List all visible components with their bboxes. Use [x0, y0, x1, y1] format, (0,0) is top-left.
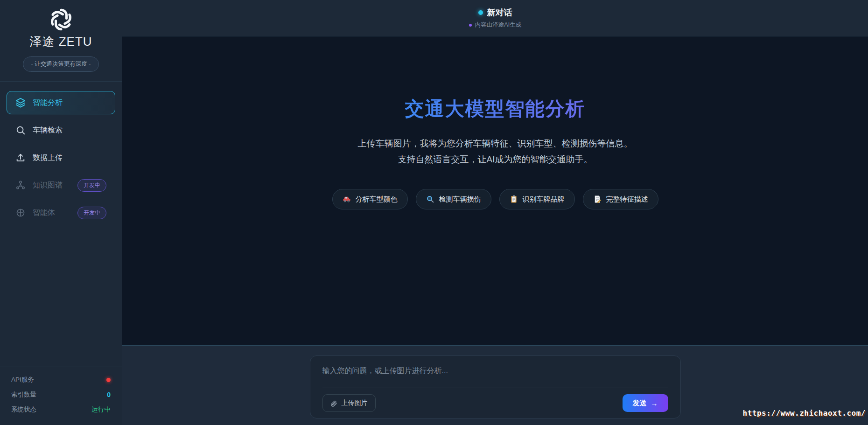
search-icon	[15, 125, 26, 135]
chip-label: 完整特征描述	[606, 195, 648, 204]
brand-tagline: - 让交通决策更有深度 -	[23, 56, 99, 72]
upload-image-label: 上传图片	[342, 399, 368, 407]
composer-box: 上传图片 发送 →	[310, 355, 681, 418]
main-panel: 新对话 内容由泽途AI生成 交通大模型智能分析 上传车辆图片，我将为您分析车辆特…	[122, 0, 868, 425]
clipboard-icon	[510, 195, 518, 203]
welcome-title: 交通大模型智能分析	[405, 96, 586, 122]
api-status-red-dot-icon	[106, 378, 111, 382]
sidebar-item-vehicle-search[interactable]: 车辆检索	[7, 118, 115, 142]
car-icon	[343, 195, 351, 203]
status-row-system-state: 系统状态 运行中	[11, 405, 111, 414]
send-button[interactable]: 发送 →	[623, 394, 668, 412]
sidebar-item-agent[interactable]: 智能体 开发中	[7, 201, 115, 224]
logo-section: 泽途 ZETU - 让交通决策更有深度 -	[0, 0, 122, 82]
system-status-panel: API服务 索引数量 0 系统状态 运行中	[0, 367, 122, 425]
sidebar-item-label: 智能体	[33, 208, 55, 218]
chip-label: 检测车辆损伤	[439, 195, 481, 204]
sidebar-item-label: 车辆检索	[33, 125, 63, 135]
cyan-dot-icon	[478, 10, 483, 15]
paperclip-icon	[330, 400, 337, 407]
index-count-value: 0	[107, 391, 111, 398]
composer-footer: 上传图片 发送 → https://www.zhichaoxt.com/	[122, 345, 868, 425]
conversation-title: 新对话	[487, 7, 512, 18]
sidebar-item-smart-analysis[interactable]: 智能分析	[7, 91, 115, 114]
upload-icon	[15, 153, 26, 163]
welcome-description-line2: 支持自然语言交互，让AI成为您的智能交通助手。	[358, 152, 633, 167]
chip-label: 识别车牌品牌	[523, 195, 565, 204]
dev-status-badge: 开发中	[77, 207, 106, 219]
conversation-title-row: 新对话	[478, 7, 512, 18]
conversation-subtitle-row: 内容由泽途AI生成	[469, 21, 521, 29]
sidebar-item-knowledge-graph[interactable]: 知识图谱 开发中	[7, 174, 115, 197]
status-row-index-count: 索引数量 0	[11, 390, 111, 399]
system-state-value: 运行中	[92, 405, 111, 414]
app-window: 泽途 ZETU - 让交通决策更有深度 - 智能分析 车辆检索	[0, 0, 868, 425]
suggestion-chips: 分析车型颜色 检测车辆损伤	[332, 189, 658, 209]
sidebar-nav: 智能分析 车辆检索 数据上传	[0, 82, 122, 234]
composer-actions: 上传图片 发送 →	[322, 388, 668, 418]
status-row-api: API服务	[11, 376, 111, 384]
chip-recognize-plate-brand[interactable]: 识别车牌品牌	[499, 189, 575, 209]
message-input[interactable]	[322, 356, 668, 388]
watermark-url: https://www.zhichaoxt.com/	[743, 409, 866, 418]
upload-image-button[interactable]: 上传图片	[322, 394, 376, 412]
arrow-right-icon: →	[651, 399, 658, 407]
purple-dot-icon	[469, 24, 472, 27]
layers-icon	[15, 98, 26, 108]
chip-analyze-color[interactable]: 分析车型颜色	[332, 189, 408, 209]
status-label: 索引数量	[11, 390, 36, 399]
zetu-swirl-logo-icon	[48, 7, 74, 33]
ai-disclaimer-text: 内容由泽途AI生成	[475, 21, 521, 29]
magnifier-icon	[426, 195, 434, 203]
dev-status-badge: 开发中	[77, 179, 106, 192]
brand-title: 泽途 ZETU	[6, 34, 116, 50]
conversation-header: 新对话 内容由泽途AI生成	[122, 0, 868, 36]
memo-icon	[593, 195, 602, 203]
welcome-description-line1: 上传车辆图片，我将为您分析车辆特征、识别车型、检测损伤等信息。	[358, 136, 633, 152]
chip-detect-damage[interactable]: 检测车辆损伤	[416, 189, 491, 209]
sidebar-item-label: 知识图谱	[33, 181, 63, 190]
graph-icon	[15, 180, 26, 190]
chip-full-feature-description[interactable]: 完整特征描述	[583, 189, 658, 209]
sidebar-item-data-upload[interactable]: 数据上传	[7, 146, 115, 169]
sidebar: 泽途 ZETU - 让交通决策更有深度 - 智能分析 车辆检索	[0, 0, 122, 425]
status-label: API服务	[11, 376, 34, 384]
status-label: 系统状态	[11, 405, 36, 414]
chip-label: 分析车型颜色	[356, 195, 398, 204]
send-label: 发送	[633, 399, 647, 408]
chat-area: 交通大模型智能分析 上传车辆图片，我将为您分析车辆特征、识别车型、检测损伤等信息…	[122, 36, 868, 345]
agent-icon	[15, 208, 26, 218]
sidebar-item-label: 数据上传	[33, 153, 63, 163]
welcome-description: 上传车辆图片，我将为您分析车辆特征、识别车型、检测损伤等信息。 支持自然语言交互…	[358, 136, 633, 167]
sidebar-item-label: 智能分析	[33, 98, 63, 108]
